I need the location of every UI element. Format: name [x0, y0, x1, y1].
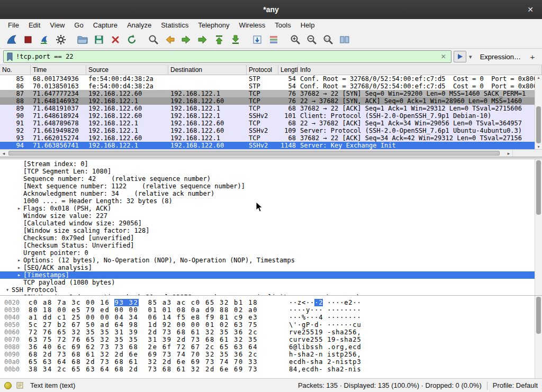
profile-status[interactable]: Profile: Default	[493, 381, 538, 389]
detail-line[interactable]: ▸Flags: 0x018 (PSH, ACK)	[0, 205, 542, 212]
zoom-original-icon[interactable]: 1:1	[320, 32, 336, 47]
detail-line[interactable]: [Stream index: 0]	[0, 160, 542, 168]
open-file-icon[interactable]	[74, 32, 91, 47]
menu-statistics[interactable]: Statistics	[156, 20, 193, 30]
detail-line[interactable]: [Next sequence number: 1122 (relative se…	[0, 183, 542, 190]
add-filter-button[interactable]: +	[526, 52, 539, 61]
go-back-icon[interactable]	[161, 32, 178, 47]
column-header-source[interactable]: Source	[86, 65, 168, 75]
start-capture-icon[interactable]	[3, 32, 20, 47]
detail-line[interactable]: [Calculated window size: 29056]	[0, 220, 542, 227]
save-file-icon[interactable]	[91, 32, 107, 47]
stop-capture-icon[interactable]	[20, 32, 36, 47]
close-file-icon[interactable]	[107, 32, 123, 47]
detail-line[interactable]: [Window size scaling factor: 128]	[0, 227, 542, 234]
column-header-no[interactable]: No.	[0, 65, 31, 75]
find-packet-icon[interactable]	[145, 32, 161, 47]
expander-collapsed-icon[interactable]: ▸	[15, 205, 23, 212]
detail-line[interactable]: TCP payload (1080 bytes)	[0, 279, 542, 286]
go-forward-icon[interactable]	[178, 32, 194, 47]
scroll-up-icon[interactable]: ▴	[535, 75, 542, 80]
details-vscroll-thumb[interactable]	[536, 160, 541, 215]
titlebar[interactable]: *any ✕	[0, 0, 542, 19]
detail-line[interactable]: [TCP Segment Len: 1080]	[0, 168, 542, 175]
packet-row-93[interactable]: 9371.662015274192.168.122.60192.168.122.…	[0, 134, 542, 142]
menu-file[interactable]: File	[3, 20, 24, 30]
capture-comment-icon[interactable]	[16, 381, 24, 389]
scroll-left-icon[interactable]: ◂	[0, 150, 7, 157]
packet-row-92[interactable]: 9271.661949820192.168.122.1192.168.122.6…	[0, 127, 542, 134]
zoom-out-icon[interactable]	[303, 32, 320, 47]
detail-line[interactable]: ▸Options: (12 bytes), No-Operation (NOP)…	[0, 257, 542, 264]
filter-dropdown-icon[interactable]: ▾	[466, 53, 475, 60]
column-header-protocol[interactable]: Protocol	[247, 65, 278, 75]
detail-line[interactable]: Acknowledgment number: 34 (relative ack …	[0, 190, 542, 197]
colorize-icon[interactable]	[265, 32, 282, 47]
display-filter-field[interactable]: !tcp.port == 22 ✕	[3, 50, 451, 63]
expander-collapsed-icon[interactable]: ▸	[15, 264, 23, 271]
packet-row-94[interactable]: 9471.663856741192.168.122.1192.168.122.6…	[0, 142, 542, 149]
expression-button[interactable]: Expression…	[475, 53, 526, 61]
detail-line[interactable]: Checksum: 0x79ed [unverified]	[0, 234, 542, 242]
reload-file-icon[interactable]	[123, 32, 140, 47]
column-header-length[interactable]: Length	[278, 65, 298, 75]
packet-row-87[interactable]: 8771.647777234192.168.122.60192.168.122.…	[0, 90, 542, 97]
menu-analyze[interactable]: Analyze	[122, 20, 156, 30]
detail-line[interactable]: Sequence number: 42 (relative sequence n…	[0, 175, 542, 183]
hex-row-00b0[interactable]: 00b038 34 2c 65 63 64 68 2d 73 68 61 32 …	[0, 366, 542, 373]
hex-row-0060[interactable]: 006072 76 65 32 35 35 31 39 2d 73 68 61 …	[0, 329, 542, 336]
hscroll-thumb[interactable]	[8, 151, 500, 156]
zoom-in-icon[interactable]	[287, 32, 303, 47]
go-to-packet-icon[interactable]	[194, 32, 211, 47]
packet-row-88[interactable]: 8871.648146932192.168.122.1192.168.122.6…	[0, 97, 542, 105]
menu-telephony[interactable]: Telephony	[193, 20, 234, 30]
detail-line[interactable]: ▾SSH Protocol	[0, 286, 542, 294]
detail-line[interactable]: Window size value: 227	[0, 212, 542, 220]
packet-row-85[interactable]: 8568.001734936fe:54:00:d4:38:2aSTP54Conf…	[0, 75, 542, 83]
hex-row-0070[interactable]: 007063 75 72 76 65 32 35 35 31 39 2d 73 …	[0, 336, 542, 343]
hex-row-0050[interactable]: 00505c 27 b2 67 50 ad 64 98 1d 92 00 00 …	[0, 321, 542, 329]
hex-row-0020[interactable]: 0020c0 a8 7a 3c 00 16 93 32 85 a3 ac c0 …	[0, 299, 542, 306]
expander-expanded-icon[interactable]: ▾	[3, 286, 12, 294]
menu-edit[interactable]: Edit	[24, 20, 45, 30]
packet-row-89[interactable]: 8971.648191037192.168.122.60192.168.122.…	[0, 105, 542, 112]
filter-bookmark-icon[interactable]	[6, 52, 13, 61]
detail-line[interactable]: [Checksum Status: Unverified]	[0, 242, 542, 249]
expander-collapsed-icon[interactable]: ▸	[15, 271, 23, 279]
expander-collapsed-icon[interactable]: ▸	[15, 257, 23, 264]
detail-line[interactable]: ▸[SEQ/ACK analysis]	[0, 264, 542, 271]
packet-list-vscrollbar[interactable]: ▴ ▾	[535, 75, 542, 149]
auto-scroll-icon[interactable]	[249, 32, 265, 47]
go-to-first-icon[interactable]	[211, 32, 227, 47]
detail-line[interactable]: 1000 .... = Header Length: 32 bytes (8)	[0, 197, 542, 205]
menu-tools[interactable]: Tools	[270, 20, 295, 30]
bytes-vscroll-thumb[interactable]	[536, 297, 541, 334]
hex-row-0030[interactable]: 003080 18 00 e5 79 ed 00 00 01 01 08 0a …	[0, 306, 542, 314]
hex-row-0080[interactable]: 008036 40 6c 69 62 73 73 68 2e 6f 72 67 …	[0, 343, 542, 351]
scroll-right-icon[interactable]: ▸	[505, 150, 512, 157]
detail-line[interactable]: Urgent pointer: 0	[0, 249, 542, 257]
resize-columns-icon[interactable]	[336, 32, 353, 47]
packet-row-90[interactable]: 9071.648618924192.168.122.60192.168.122.…	[0, 112, 542, 120]
expert-info-icon[interactable]	[4, 382, 12, 389]
packet-row-91[interactable]: 9171.648789678192.168.122.1192.168.122.6…	[0, 120, 542, 127]
column-header-info[interactable]: Info	[298, 65, 542, 75]
menu-view[interactable]: View	[45, 20, 69, 30]
filter-input[interactable]: !tcp.port == 22	[16, 53, 439, 60]
packet-list-hscrollbar[interactable]: ◂ ▸	[0, 149, 542, 157]
menu-go[interactable]: Go	[69, 20, 88, 30]
vscroll-thumb[interactable]	[536, 106, 541, 143]
column-header-destination[interactable]: Destination	[168, 65, 247, 75]
hex-row-00a0[interactable]: 00a065 63 64 68 2d 73 68 61 32 2d 6e 69 …	[0, 358, 542, 366]
filter-apply-button[interactable]	[454, 51, 466, 62]
capture-options-icon[interactable]	[52, 32, 69, 47]
close-window-icon[interactable]: ✕	[525, 4, 536, 15]
scroll-down-icon[interactable]: ▾	[535, 144, 542, 149]
details-vscrollbar[interactable]	[535, 159, 542, 295]
go-to-last-icon[interactable]	[227, 32, 243, 47]
hex-row-0040[interactable]: 0040a1 dd c1 25 00 00 04 34 06 14 f5 e8 …	[0, 314, 542, 321]
hex-row-0090[interactable]: 009068 2d 73 68 61 32 2d 6e 69 73 74 70 …	[0, 351, 542, 358]
restart-capture-icon[interactable]	[36, 32, 52, 47]
menu-capture[interactable]: Capture	[88, 20, 122, 30]
column-header-time[interactable]: Time	[31, 65, 86, 75]
